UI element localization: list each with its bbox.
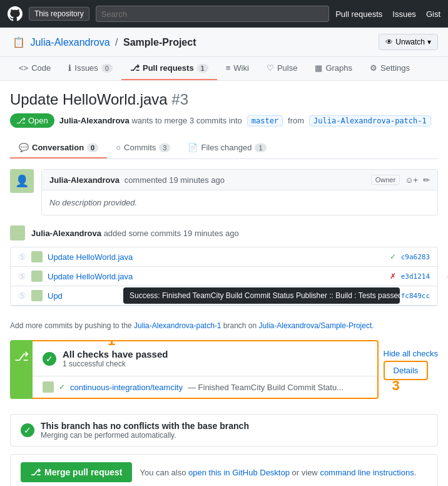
table-row: ⑤ Update HelloWorld.java ✓ c9a6283: [11, 247, 437, 267]
commit-sha-3[interactable]: fc849cc: [401, 292, 430, 300]
owner-link[interactable]: Julia-Alexandrova: [30, 37, 109, 48]
pr-tabs: 💬 Conversation 0 ○ Commits 3 📄 Files cha…: [10, 138, 438, 159]
branch-safe-subtitle: Merging can be performed automatically.: [41, 431, 249, 440]
watch-button[interactable]: 👁 Unwatch ▾: [379, 34, 438, 50]
commit-message-3[interactable]: UpdSuccess: Finished TeamCity Build Comm…: [48, 291, 385, 301]
watch-label: Unwatch: [395, 38, 425, 46]
checks-ci-row: ✓ continuous-integration/teamcity — Fini…: [33, 376, 377, 398]
commit-message-2[interactable]: Update HelloWorld.java: [48, 272, 385, 281]
pr-number: #3: [171, 91, 188, 108]
open-label: Open: [28, 116, 48, 125]
files-icon: 📄: [188, 143, 198, 152]
tab-issues[interactable]: ℹ Issues 0: [59, 57, 121, 80]
this-repo-button[interactable]: This repository: [29, 7, 89, 21]
commit-sha-2[interactable]: e3d1214: [401, 272, 430, 281]
base-branch-badge[interactable]: master: [247, 115, 283, 127]
tab-pull-requests[interactable]: ⎇ Pull requests 1: [121, 57, 217, 80]
checks-subtitle: 1 successful check: [63, 359, 168, 368]
breadcrumb: 📋 Julia-Alexandrova / Sample-Project: [10, 36, 196, 48]
checks-box: 1 ✓ All checks have passed 1 successful …: [33, 340, 379, 399]
tab-conversation[interactable]: 💬 Conversation 0: [10, 138, 107, 158]
pr-title-text: Update HelloWorld.java: [10, 91, 168, 108]
conversation-icon: 💬: [19, 143, 29, 152]
tab-conversation-label: Conversation: [32, 143, 84, 152]
head-branch-link[interactable]: Julia-Alexandrova-patch-1: [134, 321, 221, 330]
tab-conversation-count: 0: [87, 143, 98, 152]
pr-author-name[interactable]: Julia-Alexandrova: [59, 116, 130, 125]
merge-btn-label: Merge pull request: [44, 467, 122, 477]
settings-icon: ⚙: [370, 63, 377, 73]
pull-requests-link[interactable]: Pull requests: [335, 9, 382, 19]
branch-safe-circle: ✓: [21, 423, 34, 437]
tab-commits[interactable]: ○ Commits 3: [107, 138, 179, 158]
tooltip-overlay: Success: Finished TeamCity Build Commit …: [123, 287, 400, 304]
tab-graphs[interactable]: ▦ Graphs: [306, 57, 361, 80]
commits-author[interactable]: Julia-Alexandrova: [31, 229, 101, 238]
command-line-link[interactable]: command line instructions: [320, 468, 414, 477]
details-area: Details 3: [384, 361, 429, 380]
ci-text: — Finished TeamCity Build Commit Statu..…: [188, 383, 344, 392]
branch-safe-row: ✓ This branch has no conflicts with the …: [11, 415, 437, 446]
emoji-button[interactable]: ☺+: [405, 175, 418, 185]
tab-issues-count: 0: [101, 64, 113, 73]
commit-avatar-3: [31, 290, 43, 301]
check-pass-circle: ✓: [43, 352, 56, 366]
avatar: 👤: [10, 169, 34, 193]
comment-time: commented 19 minutes ago: [125, 175, 225, 185]
commit-message-1[interactable]: Update HelloWorld.java: [48, 252, 385, 262]
top-nav: This repository Pull requests Issues Gis…: [0, 0, 448, 28]
chevron-down-icon: ▾: [427, 38, 431, 46]
pr-author: Julia-Alexandrova wants to merge 3 commi…: [59, 116, 242, 125]
checks-header: ✓ All checks have passed 1 successful ch…: [33, 341, 377, 376]
tab-settings-label: Settings: [380, 63, 410, 73]
details-button[interactable]: Details: [384, 361, 429, 380]
eye-icon: 👁: [385, 38, 393, 46]
annotation-1-label: 1: [108, 340, 115, 349]
hide-all-checks-button[interactable]: Hide all checks: [384, 340, 438, 358]
tab-files-changed[interactable]: 📄 Files changed 1: [179, 138, 275, 158]
pr-title: Update HelloWorld.java #3: [10, 91, 438, 108]
comment-header: Julia-Alexandrova commented 19 minutes a…: [42, 170, 437, 190]
tab-pulse[interactable]: ♡ Pulse: [258, 57, 307, 80]
tab-code[interactable]: <> Code: [10, 57, 59, 80]
code-icon: <>: [19, 63, 28, 73]
graphs-icon: ▦: [315, 63, 322, 73]
merge-pull-request-button[interactable]: ⎇ Merge pull request: [21, 462, 132, 482]
repo-link[interactable]: Sample-Project: [123, 37, 196, 48]
check-tick: ✓: [59, 383, 65, 391]
tab-pr-count: 1: [197, 64, 208, 73]
github-desktop-link[interactable]: open this in GitHub Desktop: [188, 468, 290, 477]
table-row: ⑤ Update HelloWorld.java ✗ e3d1214: [11, 267, 437, 286]
merge-btn-icon: ⎇: [31, 467, 41, 477]
branch-safe-section: ✓ This branch has no conflicts with the …: [10, 414, 438, 447]
info-icon: ℹ: [68, 63, 71, 73]
tab-wiki[interactable]: ≡ Wiki: [217, 57, 258, 80]
commits-header: Julia-Alexandrova added some commits 19 …: [10, 225, 438, 240]
search-input[interactable]: [96, 6, 329, 22]
checks-area: ⎇ 1 ✓ All checks have passed 1 successfu…: [10, 340, 438, 399]
repo-header: 📋 Julia-Alexandrova / Sample-Project 👁 U…: [0, 28, 448, 57]
owner-badge: Owner: [371, 175, 400, 185]
tab-commits-label: Commits: [124, 143, 156, 152]
edit-icon[interactable]: ✏: [423, 175, 430, 185]
commit-sha-1[interactable]: c9a6283: [401, 253, 430, 261]
merge-sidebar-icon: ⎇: [10, 340, 33, 399]
tab-commits-count: 3: [159, 143, 170, 152]
pr-icon: ⎇: [130, 63, 140, 73]
repo-full-link[interactable]: Julia-Alexandrova/Sample-Project: [259, 321, 372, 330]
merge-icon: ⎇: [14, 349, 29, 364]
annotation-3-label: 3: [392, 378, 400, 394]
gist-link[interactable]: Gist: [426, 9, 440, 19]
tab-files-label: Files changed: [201, 143, 252, 152]
commits-header-avatar: [10, 225, 25, 240]
comment-section: 👤 Julia-Alexandrova commented 19 minutes…: [10, 169, 438, 215]
merge-text: You can also open this in GitHub Desktop…: [140, 468, 416, 477]
comment-author-name[interactable]: Julia-Alexandrova: [49, 175, 120, 185]
tab-pulse-label: Pulse: [277, 63, 298, 73]
tab-settings[interactable]: ⚙ Settings: [361, 57, 419, 80]
head-branch-badge[interactable]: Julia-Alexandrova-patch-1: [309, 115, 431, 127]
issues-link[interactable]: Issues: [392, 9, 416, 19]
tab-issues-label: Issues: [74, 63, 98, 73]
branch-safe-title: This branch has no conflicts with the ba…: [41, 421, 249, 431]
ci-name: continuous-integration/teamcity: [70, 383, 183, 392]
